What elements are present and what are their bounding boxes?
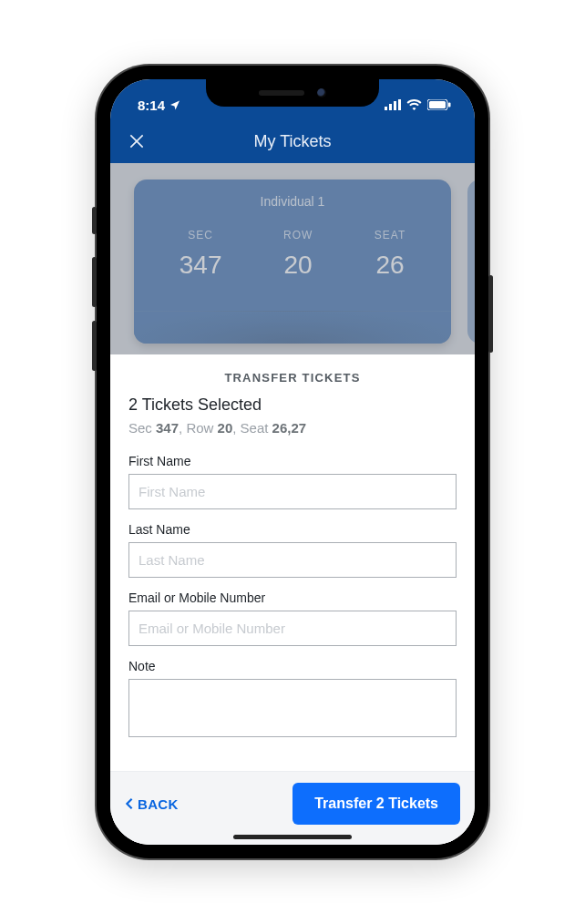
loc-sec-label: Sec	[128, 420, 156, 436]
svg-rect-2	[394, 101, 396, 110]
transfer-sheet: TRANSFER TICKETS 2 Tickets Selected Sec …	[110, 354, 475, 845]
sheet-title: TRANSFER TICKETS	[110, 354, 475, 395]
last-name-input[interactable]	[128, 542, 457, 578]
phone-frame: 8:14	[97, 66, 488, 858]
email-phone-input[interactable]	[128, 611, 457, 646]
note-label: Note	[128, 659, 457, 673]
svg-rect-1	[389, 104, 392, 110]
first-name-input[interactable]	[128, 474, 457, 509]
selected-count: 2 Tickets Selected	[128, 395, 457, 415]
page-title: My Tickets	[110, 132, 475, 151]
cellular-icon	[385, 99, 401, 110]
notch	[206, 79, 379, 107]
email-phone-label: Email or Mobile Number	[128, 590, 457, 605]
loc-sec-value: 347	[156, 420, 179, 436]
selected-location: Sec 347, Row 20, Seat 26,27	[128, 420, 457, 436]
svg-rect-3	[398, 99, 401, 110]
close-button[interactable]	[123, 128, 150, 155]
status-time: 8:14	[138, 98, 165, 113]
close-icon	[128, 132, 146, 150]
screen: 8:14	[110, 79, 475, 845]
transfer-form: First Name Last Name Email or Mobile Num…	[110, 454, 475, 754]
svg-rect-5	[429, 101, 446, 108]
dim-overlay	[110, 163, 475, 354]
svg-rect-6	[448, 103, 451, 108]
ticket-carousel: Individual 1 SEC 347 ROW 20 SEAT 26	[110, 163, 475, 354]
mute-switch	[92, 207, 97, 234]
loc-seat-value: 26,27	[272, 420, 307, 436]
back-button[interactable]: BACK	[125, 796, 179, 812]
note-input[interactable]	[128, 679, 457, 737]
wifi-icon	[406, 99, 422, 110]
selection-summary: 2 Tickets Selected Sec 347, Row 20, Seat…	[110, 395, 475, 454]
back-label: BACK	[138, 796, 179, 812]
home-indicator[interactable]	[233, 835, 352, 839]
nav-header: My Tickets	[110, 119, 475, 163]
svg-rect-0	[385, 107, 387, 110]
loc-row-value: 20	[218, 420, 233, 436]
battery-icon	[427, 99, 451, 110]
location-icon	[169, 99, 180, 110]
last-name-label: Last Name	[128, 522, 457, 537]
power-button	[488, 275, 493, 353]
volume-up	[92, 257, 97, 307]
chevron-left-icon	[125, 797, 134, 810]
first-name-label: First Name	[128, 454, 457, 468]
loc-row-label: , Row	[179, 420, 218, 436]
volume-down	[92, 321, 97, 371]
transfer-button[interactable]: Transfer 2 Tickets	[292, 783, 460, 825]
sheet-footer: BACK Transfer 2 Tickets	[110, 771, 475, 845]
loc-seat-label: , Seat	[232, 420, 272, 436]
